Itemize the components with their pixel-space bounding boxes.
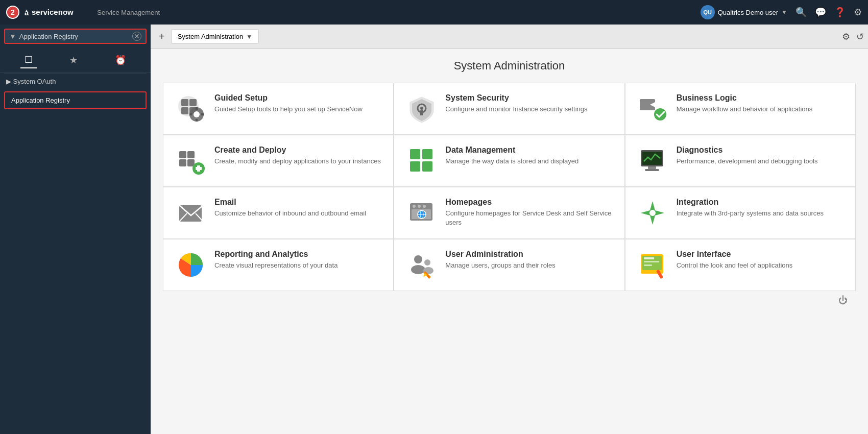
email-desc: Customize behavior of inbound and outbou… xyxy=(214,209,366,218)
app-name: Service Management xyxy=(97,9,160,16)
svg-point-38 xyxy=(418,205,421,208)
svg-point-37 xyxy=(413,205,416,208)
new-tab-button[interactable]: + xyxy=(155,29,169,44)
svg-point-48 xyxy=(411,265,425,274)
sidebar-tab-all[interactable]: ☐ xyxy=(20,52,37,68)
data-management-icon xyxy=(406,146,437,176)
settings-icon[interactable]: ⚙ xyxy=(854,7,862,18)
svg-text:servicenow: servicenow xyxy=(32,8,74,16)
user-name: Qualtrics Demo user xyxy=(718,9,778,16)
homepages-title: Homepages xyxy=(445,198,612,207)
user-menu[interactable]: QU Qualtrics Demo user ▼ xyxy=(701,5,787,19)
user-admin-title: User Administration xyxy=(445,250,555,259)
sidebar-tabs: ☐ ★ ⏰ xyxy=(0,48,151,73)
svg-rect-56 xyxy=(644,261,659,262)
topnav-right: QU Qualtrics Demo user ▼ 🔍 💬 ❓ ⚙ xyxy=(701,5,862,19)
svg-point-14 xyxy=(420,107,423,110)
reporting-text: Reporting and Analytics Create visual re… xyxy=(214,250,337,270)
diagnostics-text: Diagnostics Performance, development and… xyxy=(677,146,818,166)
card-user-admin[interactable]: User Administration Manage users, groups… xyxy=(394,239,624,291)
filter-text: Application Registry xyxy=(19,33,129,40)
user-avatar: QU xyxy=(701,5,715,19)
guided-setup-title: Guided Setup xyxy=(214,93,363,103)
svg-rect-3 xyxy=(189,99,197,106)
user-interface-text: User Interface Control the look and feel… xyxy=(677,250,793,270)
user-dropdown-icon: ▼ xyxy=(781,9,787,16)
svg-rect-57 xyxy=(644,264,652,266)
svg-rect-13 xyxy=(420,110,423,115)
card-user-interface[interactable]: User Interface Control the look and feel… xyxy=(625,239,855,291)
email-text: Email Customize behavior of inbound and … xyxy=(214,198,366,218)
svg-rect-18 xyxy=(179,151,186,158)
guided-setup-icon xyxy=(176,93,206,124)
create-deploy-desc: Create, modify and deploy applications t… xyxy=(214,157,381,166)
reporting-icon xyxy=(176,250,206,280)
sidebar-tab-favorites[interactable]: ★ xyxy=(65,53,82,68)
sidebar-item-system-oauth[interactable]: ▶ System OAuth xyxy=(0,74,151,89)
card-create-deploy[interactable]: Create and Deploy Create, modify and dep… xyxy=(163,135,393,186)
svg-rect-25 xyxy=(410,149,420,159)
help-icon[interactable]: ❓ xyxy=(834,7,846,18)
sidebar-item-application-registry[interactable]: Application Registry xyxy=(4,91,147,109)
svg-rect-20 xyxy=(179,159,186,166)
sidebar-tab-history[interactable]: ⏰ xyxy=(111,53,130,68)
power-icon[interactable]: ⏻ xyxy=(838,295,848,306)
svg-rect-55 xyxy=(644,257,654,259)
card-data-management[interactable]: Data Management Manage the way data is s… xyxy=(394,135,624,186)
user-admin-text: User Administration Manage users, groups… xyxy=(445,250,555,270)
card-guided-setup[interactable]: Guided Setup Guided Setup tools to help … xyxy=(163,83,393,134)
user-interface-desc: Control the look and feel of application… xyxy=(677,261,793,270)
servicenow-logo-svg: servicenow xyxy=(32,7,88,18)
svg-point-49 xyxy=(424,259,430,266)
reporting-desc: Create visual representations of your da… xyxy=(214,261,337,270)
card-business-logic[interactable]: Business Logic Manage workflow and behav… xyxy=(625,83,855,134)
business-logic-text: Business Logic Manage workflow and behav… xyxy=(677,93,813,114)
user-admin-icon xyxy=(406,250,437,280)
card-diagnostics[interactable]: Diagnostics Performance, development and… xyxy=(625,135,855,186)
search-icon[interactable]: 🔍 xyxy=(795,7,807,18)
svg-rect-4 xyxy=(181,107,188,114)
email-icon xyxy=(176,198,206,228)
svg-rect-8 xyxy=(196,107,198,110)
create-deploy-icon xyxy=(176,146,206,176)
svg-rect-27 xyxy=(410,161,420,172)
chat-icon[interactable]: 💬 xyxy=(815,7,826,18)
guided-setup-text: Guided Setup Guided Setup tools to help … xyxy=(214,93,363,114)
card-homepages[interactable]: Homepages Configure homepages for Servic… xyxy=(394,187,624,238)
svg-rect-26 xyxy=(422,149,432,159)
top-navigation: 2 à servicenow Service Management QU Qua… xyxy=(0,0,868,25)
filter-icon: ▼ xyxy=(9,32,16,40)
tab-refresh-icon[interactable]: ↺ xyxy=(856,31,864,42)
tab-bar: + System Administration ▼ ⚙ ↺ xyxy=(151,25,868,49)
tab-settings-icon[interactable]: ⚙ xyxy=(842,31,850,42)
svg-rect-31 xyxy=(648,166,656,169)
svg-rect-2 xyxy=(181,99,188,106)
svg-point-47 xyxy=(414,255,422,263)
badge-number: 2 xyxy=(6,6,19,19)
card-integration[interactable]: Integration Integrate with 3rd-party sys… xyxy=(625,187,855,238)
svg-point-45 xyxy=(649,210,656,216)
user-interface-icon xyxy=(638,250,668,280)
main-layout: ▼ Application Registry ✕ ☐ ★ ⏰ ▶ System … xyxy=(0,25,868,434)
svg-rect-19 xyxy=(187,151,195,158)
card-system-security[interactable]: System Security Configure and monitor In… xyxy=(394,83,624,134)
user-admin-desc: Manage users, groups and their roles xyxy=(445,261,555,270)
data-management-text: Data Management Manage the way data is s… xyxy=(445,146,578,166)
page-content: System Administration xyxy=(151,49,868,434)
business-logic-title: Business Logic xyxy=(677,93,813,103)
active-tab[interactable]: System Administration ▼ xyxy=(171,29,259,44)
create-deploy-title: Create and Deploy xyxy=(214,146,381,155)
svg-point-39 xyxy=(423,205,426,208)
homepages-icon xyxy=(406,198,437,228)
card-reporting[interactable]: Reporting and Analytics Create visual re… xyxy=(163,239,393,291)
diagnostics-icon xyxy=(638,146,668,176)
integration-desc: Integrate with 3rd-party systems and dat… xyxy=(677,209,824,218)
page-footer: ⏻ xyxy=(163,291,856,310)
homepages-text: Homepages Configure homepages for Servic… xyxy=(445,198,612,227)
card-email[interactable]: Email Customize behavior of inbound and … xyxy=(163,187,393,238)
cards-grid: Guided Setup Guided Setup tools to help … xyxy=(163,83,856,291)
system-security-icon xyxy=(406,93,437,124)
integration-title: Integration xyxy=(677,198,824,207)
filter-close-button[interactable]: ✕ xyxy=(132,32,141,41)
guided-setup-desc: Guided Setup tools to help you set up Se… xyxy=(214,105,363,114)
